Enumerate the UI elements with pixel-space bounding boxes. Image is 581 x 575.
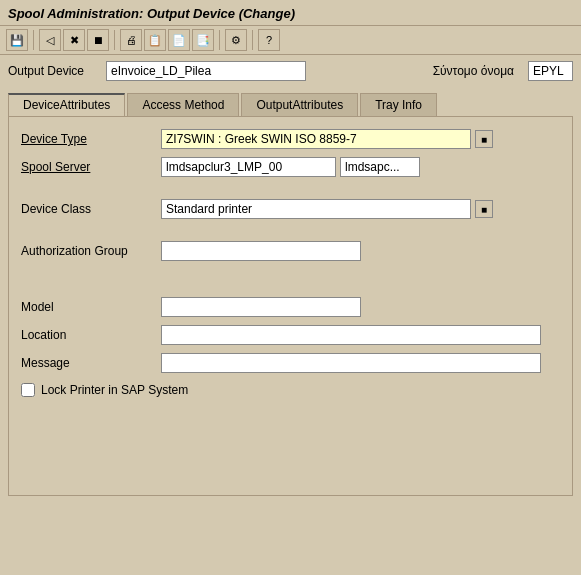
page-title: Spool Administration: Output Device (Cha…: [8, 6, 295, 21]
print-button-3[interactable]: 📄: [168, 29, 190, 51]
authorization-group-label: Authorization Group: [21, 244, 161, 258]
spool-server-input-2[interactable]: [340, 157, 420, 177]
device-type-input[interactable]: [161, 129, 471, 149]
device-class-row: Device Class ■: [21, 199, 560, 219]
spacer-1: [21, 185, 560, 199]
toolbar-separator-2: [114, 30, 115, 50]
output-device-bar: Output Device Σύντομο όνομα: [0, 55, 581, 87]
location-label: Location: [21, 328, 161, 342]
back-button[interactable]: ◁: [39, 29, 61, 51]
model-label: Model: [21, 300, 161, 314]
lock-printer-label: Lock Printer in SAP System: [41, 383, 188, 397]
device-class-label: Device Class: [21, 202, 161, 216]
toolbar-separator-4: [252, 30, 253, 50]
device-type-field: ■: [161, 129, 493, 149]
tab-content: Device Type ■ Spool Server Device Class …: [8, 116, 573, 496]
spool-server-label[interactable]: Spool Server: [21, 160, 161, 174]
tabs-area: DeviceAttributes Access Method OutputAtt…: [8, 93, 573, 496]
message-input[interactable]: [161, 353, 541, 373]
help-button[interactable]: ?: [258, 29, 280, 51]
short-name-input[interactable]: [528, 61, 573, 81]
settings-button[interactable]: ⚙: [225, 29, 247, 51]
toolbar-separator-3: [219, 30, 220, 50]
spacer-2: [21, 227, 560, 241]
print-button-1[interactable]: 🖨: [120, 29, 142, 51]
location-row: Location: [21, 325, 560, 345]
authorization-group-input[interactable]: [161, 241, 361, 261]
model-input[interactable]: [161, 297, 361, 317]
output-device-input[interactable]: [106, 61, 306, 81]
tab-tray-info[interactable]: Tray Info: [360, 93, 437, 116]
lock-printer-row: Lock Printer in SAP System: [21, 383, 560, 397]
tab-device-attributes[interactable]: DeviceAttributes: [8, 93, 125, 116]
save-button[interactable]: 💾: [6, 29, 28, 51]
spool-server-fields: [161, 157, 420, 177]
title-bar: Spool Administration: Output Device (Cha…: [0, 0, 581, 25]
spool-server-row: Spool Server: [21, 157, 560, 177]
cancel-button[interactable]: ⏹: [87, 29, 109, 51]
spacer-3: [21, 269, 560, 283]
spool-server-input-1[interactable]: [161, 157, 336, 177]
output-device-label: Output Device: [8, 64, 98, 78]
device-type-label[interactable]: Device Type: [21, 132, 161, 146]
exit-button[interactable]: ✖: [63, 29, 85, 51]
tab-output-attributes[interactable]: OutputAttributes: [241, 93, 358, 116]
toolbar-separator: [33, 30, 34, 50]
spacer-4: [21, 283, 560, 297]
short-name-label: Σύντομο όνομα: [433, 64, 514, 78]
device-type-row: Device Type ■: [21, 129, 560, 149]
location-input[interactable]: [161, 325, 541, 345]
device-type-lookup-button[interactable]: ■: [475, 130, 493, 148]
print-button-2[interactable]: 📋: [144, 29, 166, 51]
model-row: Model: [21, 297, 560, 317]
device-class-lookup-button[interactable]: ■: [475, 200, 493, 218]
toolbar: 💾 ◁ ✖ ⏹ 🖨 📋 📄 📑 ⚙ ?: [0, 25, 581, 55]
tabs: DeviceAttributes Access Method OutputAtt…: [8, 93, 573, 116]
authorization-group-row: Authorization Group: [21, 241, 560, 261]
lock-printer-checkbox[interactable]: [21, 383, 35, 397]
device-class-field: ■: [161, 199, 493, 219]
tab-access-method[interactable]: Access Method: [127, 93, 239, 116]
message-label: Message: [21, 356, 161, 370]
message-row: Message: [21, 353, 560, 373]
device-class-input[interactable]: [161, 199, 471, 219]
print-button-4[interactable]: 📑: [192, 29, 214, 51]
